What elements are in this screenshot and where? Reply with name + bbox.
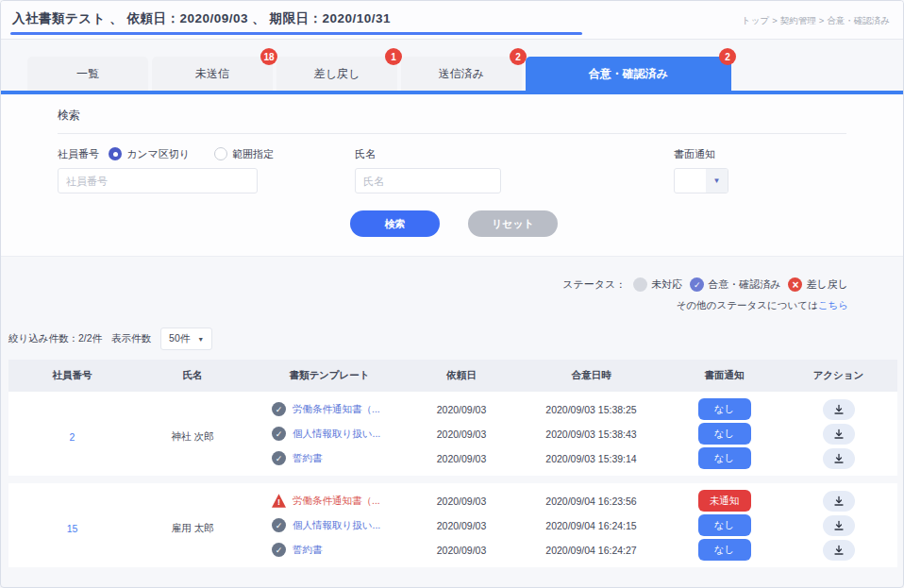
document-link[interactable]: 個人情報取り扱い... — [293, 519, 380, 532]
document-link[interactable]: 労働条件通知書（... — [293, 403, 380, 416]
search-divider — [58, 133, 846, 134]
download-button[interactable] — [823, 491, 855, 512]
notice-select-value — [675, 169, 706, 193]
radio-comma-separated[interactable]: カンマ区切り — [109, 147, 190, 161]
other-statuses-link[interactable]: こちら — [818, 299, 848, 311]
breadcrumb-contract-management[interactable]: 契約管理 — [780, 15, 816, 25]
name-input[interactable] — [355, 168, 501, 193]
col-action: アクション — [779, 360, 897, 392]
status-check-icon — [272, 451, 286, 465]
tab-list[interactable]: 一覧 — [27, 57, 148, 91]
employee-number-link[interactable]: 2 — [70, 431, 75, 443]
agreed-datetime: 2020/09/04 16:24:27 — [513, 539, 669, 567]
notice-label: 書面通知 — [674, 147, 715, 161]
breadcrumb-separator: > — [819, 15, 825, 25]
page-size-select[interactable]: 50件 ▼ — [160, 328, 212, 350]
request-date: 2020/09/03 — [410, 447, 513, 476]
radio-unselected-icon[interactable] — [214, 147, 227, 160]
request-date: 2020/09/03 — [410, 512, 513, 539]
status-check-icon — [272, 543, 286, 557]
download-button[interactable] — [823, 515, 855, 536]
radio-range-label: 範囲指定 — [232, 147, 274, 161]
download-button[interactable] — [823, 540, 855, 561]
notice-field-group: 書面通知 ▼ — [674, 146, 728, 193]
document-link[interactable]: 誓約書 — [293, 452, 323, 465]
notice-badge: なし — [698, 447, 751, 469]
employee-row-group: 15 雇用 太郎 労働条件通知書（... 2020/09/03 2020/09/… — [8, 483, 897, 567]
page-header: 入社書類テスト 、 依頼日：2020/09/03 、 期限日：2020/10/3… — [1, 1, 903, 40]
tab-label: 一覧 — [76, 66, 99, 82]
request-date: 2020/09/03 — [410, 392, 513, 420]
legend-label: 合意・確認済み — [708, 277, 780, 292]
col-document-notice: 書面通知 — [669, 360, 779, 392]
document-link[interactable]: 誓約書 — [293, 544, 323, 557]
search-section-title: 検索 — [58, 108, 846, 124]
status-check-icon — [272, 427, 286, 441]
notice-badge: 未通知 — [698, 490, 751, 512]
legend-item-returned: 差し戻し — [788, 277, 848, 292]
cross-circle-icon — [788, 277, 802, 292]
status-legend: ステータス： 未対応 合意・確認済み 差し戻し その他のステータスについてはこち… — [1, 257, 903, 312]
employee-name: 雇用 太郎 — [136, 483, 249, 567]
search-button[interactable]: 検索 — [350, 210, 440, 237]
table-header: 社員番号 氏名 書類テンプレート 依頼日 合意日時 書面通知 アクション — [8, 360, 897, 392]
col-name: 氏名 — [136, 360, 249, 392]
download-icon — [833, 520, 845, 531]
chevron-down-icon: ▼ — [197, 336, 204, 343]
legend-item-agreed: 合意・確認済み — [690, 277, 780, 292]
document-link[interactable]: 個人情報取り扱い... — [293, 428, 380, 441]
status-check-icon — [272, 402, 286, 416]
tab-sent[interactable]: 送信済み 2 — [401, 57, 522, 91]
breadcrumb-current: 合意・確認済み — [827, 15, 890, 25]
tab-count-badge: 1 — [385, 48, 402, 65]
radio-range[interactable]: 範囲指定 — [214, 147, 274, 161]
notice-select[interactable]: ▼ — [674, 168, 728, 193]
gray-dot-icon — [633, 277, 647, 292]
page-size-value: 50件 — [169, 332, 190, 345]
download-button[interactable] — [823, 399, 855, 420]
agreed-datetime: 2020/09/04 16:24:15 — [513, 512, 669, 539]
download-button[interactable] — [823, 424, 855, 445]
tab-agreed-confirmed[interactable]: 合意・確認済み 2 — [526, 57, 731, 91]
tab-count-badge: 2 — [719, 48, 736, 65]
name-field-group: 氏名 — [355, 146, 501, 193]
download-icon — [833, 428, 845, 440]
breadcrumb-top[interactable]: トップ — [742, 15, 769, 25]
tab-unsent[interactable]: 未送信 18 — [152, 57, 273, 91]
notice-badge: なし — [698, 514, 751, 536]
status-warning-icon — [272, 494, 286, 508]
tab-count-badge: 2 — [510, 48, 527, 65]
download-icon — [833, 453, 845, 464]
employee-number-field-group: 社員番号 カンマ区切り 範囲指定 — [58, 146, 298, 193]
download-icon — [833, 545, 845, 556]
employee-name: 神社 次郎 — [136, 392, 249, 476]
breadcrumb: トップ>契約管理>合意・確認済み — [742, 10, 890, 39]
tab-label: 送信済み — [439, 66, 484, 82]
employee-number-input[interactable] — [58, 168, 258, 193]
request-date: 2020/09/03 — [410, 539, 513, 567]
name-label: 氏名 — [355, 147, 376, 161]
col-employee-number: 社員番号 — [8, 360, 136, 392]
reset-button[interactable]: リセット — [468, 210, 558, 237]
radio-selected-icon[interactable] — [109, 147, 122, 160]
tab-label: 差し戻し — [314, 66, 360, 82]
table-row: 2 神社 次郎 労働条件通知書（... 2020/09/03 2020/09/0… — [8, 392, 897, 420]
notice-badge: なし — [698, 539, 751, 561]
download-button[interactable] — [823, 448, 855, 469]
other-statuses-text: その他のステータスについては — [677, 299, 818, 311]
col-agreed-datetime: 合意日時 — [513, 360, 669, 392]
col-document-template: 書類テンプレート — [249, 360, 410, 392]
notice-badge: なし — [698, 398, 751, 420]
tab-returned[interactable]: 差し戻し 1 — [276, 57, 397, 91]
legend-label: 差し戻し — [806, 277, 848, 292]
search-buttons-row: 検索 リセット — [58, 210, 846, 237]
request-date: 2020/09/03 — [410, 483, 513, 512]
radio-comma-label: カンマ区切り — [126, 147, 190, 161]
document-link[interactable]: 労働条件通知書（... — [293, 495, 380, 508]
employee-row-group: 2 神社 次郎 労働条件通知書（... 2020/09/03 2020/09/0… — [8, 392, 897, 476]
documents-table: 社員番号 氏名 書類テンプレート 依頼日 合意日時 書面通知 アクション 2 神… — [8, 360, 897, 567]
check-circle-icon — [690, 277, 704, 292]
download-icon — [833, 404, 845, 415]
employee-number-link[interactable]: 15 — [67, 523, 78, 534]
breadcrumb-separator: > — [772, 15, 778, 25]
